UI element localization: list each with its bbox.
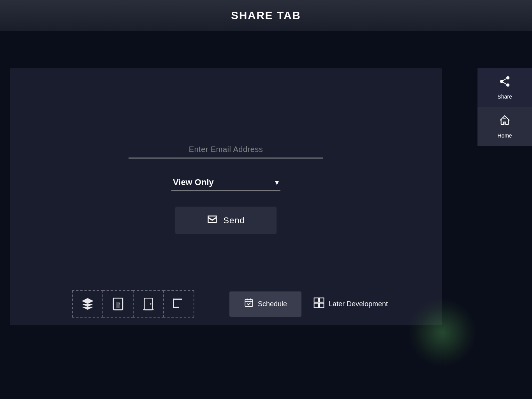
schedule-label: Schedule bbox=[258, 300, 287, 308]
grid-icon bbox=[313, 297, 325, 311]
email-input[interactable] bbox=[129, 141, 323, 158]
svg-rect-18 bbox=[319, 298, 324, 302]
home-svg bbox=[499, 114, 511, 127]
door-closed-icon bbox=[141, 297, 155, 311]
tool-icon bbox=[172, 297, 186, 311]
box-tool-button[interactable] bbox=[72, 290, 103, 318]
share-icon bbox=[499, 75, 511, 90]
calendar-svg bbox=[244, 298, 254, 308]
calendar-check-icon bbox=[244, 298, 254, 310]
svg-rect-11 bbox=[173, 299, 174, 308]
envelope-svg bbox=[207, 214, 218, 224]
sidebar-item-home[interactable]: Home bbox=[477, 107, 532, 146]
later-development-button[interactable]: Later Development bbox=[313, 297, 388, 311]
svg-rect-20 bbox=[319, 303, 324, 307]
share-svg bbox=[499, 75, 511, 88]
chevron-down-icon: ▾ bbox=[275, 178, 279, 187]
svg-point-27 bbox=[503, 118, 504, 119]
permission-dropdown[interactable]: View Only ▾ bbox=[171, 174, 280, 191]
svg-rect-5 bbox=[116, 302, 120, 308]
svg-point-22 bbox=[500, 80, 503, 83]
svg-rect-19 bbox=[314, 303, 319, 307]
door-open-tool-button[interactable] bbox=[102, 290, 134, 318]
door-open-icon bbox=[111, 297, 125, 311]
schedule-button[interactable]: Schedule bbox=[229, 291, 301, 317]
bottom-toolbar: Schedule Later Development bbox=[72, 290, 388, 318]
svg-line-24 bbox=[503, 82, 506, 84]
grid-svg bbox=[313, 297, 325, 309]
svg-line-25 bbox=[503, 79, 506, 81]
home-icon bbox=[499, 114, 511, 129]
send-label: Send bbox=[223, 215, 245, 226]
svg-point-28 bbox=[504, 118, 505, 119]
sidebar-home-label: Home bbox=[497, 132, 512, 139]
page-title: SHARE TAB bbox=[231, 9, 301, 22]
construct-tool-button[interactable] bbox=[163, 290, 194, 318]
svg-rect-10 bbox=[173, 299, 182, 300]
send-button[interactable]: Send bbox=[175, 207, 277, 234]
share-card: View Only ▾ Send bbox=[10, 68, 442, 325]
svg-point-29 bbox=[506, 118, 506, 119]
svg-rect-12 bbox=[173, 307, 179, 308]
svg-point-8 bbox=[150, 303, 151, 305]
share-form: View Only ▾ Send bbox=[129, 141, 323, 234]
email-input-wrapper bbox=[129, 141, 323, 159]
main-area: View Only ▾ Send bbox=[0, 31, 532, 399]
right-sidebar: Share Home bbox=[477, 68, 532, 146]
svg-rect-13 bbox=[245, 299, 253, 306]
app-header: SHARE TAB bbox=[0, 0, 532, 31]
envelope-icon bbox=[207, 214, 218, 227]
sidebar-share-label: Share bbox=[497, 94, 512, 100]
box-icon bbox=[81, 297, 95, 311]
door-closed-tool-button[interactable] bbox=[133, 290, 164, 318]
svg-rect-26 bbox=[503, 122, 506, 125]
svg-rect-17 bbox=[314, 298, 319, 302]
later-development-label: Later Development bbox=[329, 300, 388, 308]
svg-point-21 bbox=[506, 76, 509, 79]
svg-point-23 bbox=[506, 83, 509, 87]
permission-label: View Only bbox=[173, 177, 214, 187]
sidebar-item-share[interactable]: Share bbox=[477, 68, 532, 107]
